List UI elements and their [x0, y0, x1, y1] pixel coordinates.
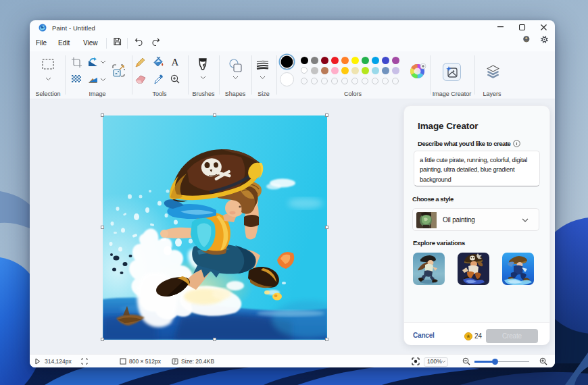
svg-text:A: A	[172, 57, 179, 67]
